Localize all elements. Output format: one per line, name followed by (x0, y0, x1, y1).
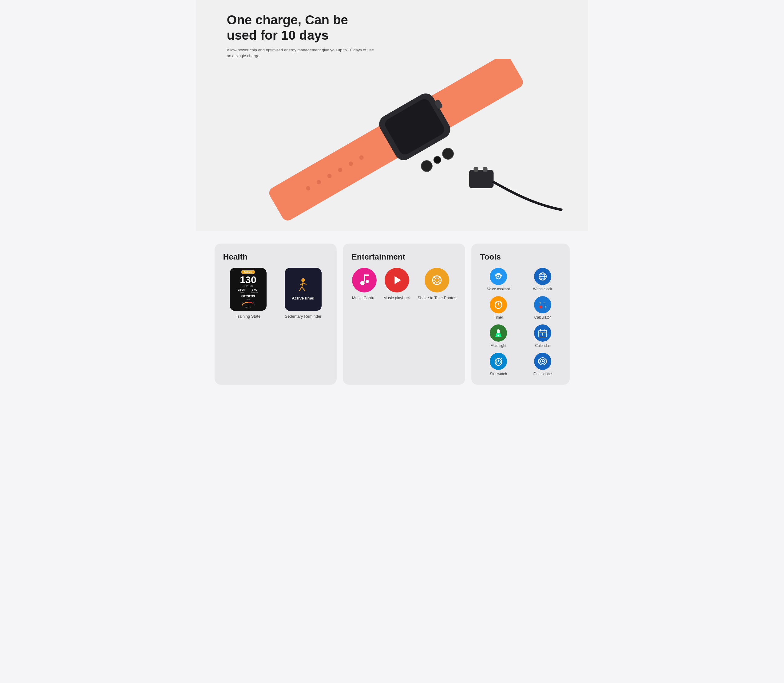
flashlight-label: Flashlight (491, 343, 506, 348)
torch-icon (493, 328, 503, 338)
training-badge: Training (242, 270, 254, 274)
hero-title: One charge, Can be used for 10 days (227, 12, 374, 43)
svg-line-19 (302, 287, 305, 291)
calc-icon: + − ÷ (538, 300, 547, 309)
health-items: Training 130 Heart Rate 15'25" Pace 3.90 (223, 268, 328, 319)
svg-point-22 (360, 281, 364, 285)
find-phone-item: Find phone (524, 353, 561, 376)
sedentary-text: Active time! (292, 296, 315, 300)
timer-icon (490, 296, 507, 313)
voice-waves-icon (493, 271, 503, 281)
svg-point-16 (301, 278, 305, 282)
svg-point-38 (498, 276, 499, 277)
svg-rect-25 (364, 274, 369, 276)
bottom-section: Health Training 130 Heart Rate 15'25" Pa (196, 231, 588, 397)
entertainment-items: Music Control Music playback (351, 268, 456, 300)
svg-text:−: − (543, 300, 546, 305)
play-icon (390, 273, 404, 287)
svg-point-28 (435, 278, 439, 282)
voice-icon (490, 268, 507, 285)
training-stats: 15'25" Pace 3.90 Distance (238, 288, 258, 293)
music-playback-item: Music playback (383, 268, 411, 300)
sedentary-screen: Active time! (285, 268, 322, 311)
timer-label: Timer (494, 315, 503, 319)
svg-point-12 (440, 146, 455, 161)
hero-subtitle: A low-power chip and optimized energy ma… (227, 47, 374, 59)
hero-text: One charge, Can be used for 10 days A lo… (227, 12, 374, 59)
svg-point-51 (539, 305, 542, 308)
music-control-item: Music Control (352, 268, 377, 300)
pace-stat: 15'25" Pace (238, 288, 246, 293)
svg-point-10 (419, 159, 434, 173)
calendar-icon: 8 (534, 324, 551, 342)
svg-text:+: + (539, 300, 541, 305)
timer-item: Timer (480, 296, 517, 319)
svg-text:÷: ÷ (545, 305, 547, 309)
training-time: 00:20:39 (242, 294, 255, 298)
training-label: Training State (236, 314, 261, 319)
world-clock-label: World clock (533, 287, 552, 291)
svg-point-23 (366, 280, 369, 283)
shake-photos-label: Shake to Take Photos (418, 295, 456, 300)
health-card: Health Training 130 Heart Rate 15'25" Pa (214, 244, 337, 385)
music-note-icon (358, 273, 371, 287)
entertainment-title: Entertainment (351, 252, 456, 262)
svg-marker-26 (394, 276, 401, 284)
stopwatch-label: Stopwatch (490, 372, 507, 376)
camera-icon (425, 268, 449, 292)
stopwatch-icon (490, 353, 507, 370)
stopwatch-item: Stopwatch (480, 353, 517, 376)
tools-title: Tools (480, 252, 561, 262)
sedentary-item: Active time! Sedentary Reminder (278, 268, 328, 319)
svg-rect-15 (483, 167, 487, 172)
distance-stat: 3.90 Distance (251, 288, 258, 293)
find-phone-icon (534, 353, 551, 370)
voice-assistant-item: Voice assitant (480, 268, 517, 291)
calculator-item: + − ÷ Calculator (524, 296, 561, 319)
svg-line-21 (303, 283, 307, 284)
music-playback-label: Music playback (383, 295, 411, 300)
tools-card: Tools Voice assitant (471, 244, 570, 385)
flashlight-item: Flashlight (480, 324, 517, 348)
find-phone-label: Find phone (533, 372, 552, 376)
svg-point-68 (542, 361, 544, 362)
calendar-item: 8 Calendar (524, 324, 561, 348)
watch-svg (227, 59, 588, 231)
svg-rect-64 (497, 358, 499, 359)
svg-rect-53 (497, 329, 499, 333)
shake-photos-item: Shake to Take Photos (418, 268, 456, 300)
svg-point-55 (498, 335, 499, 337)
svg-line-65 (501, 358, 502, 359)
entertainment-card: Entertainment Music Control (343, 244, 465, 385)
world-clock-item: World clock (524, 268, 561, 291)
phone-search-icon (538, 356, 547, 366)
globe-icon (538, 271, 547, 281)
page-wrapper: One charge, Can be used for 10 days A lo… (196, 0, 588, 397)
heart-rate-value: 130 (240, 275, 256, 285)
running-icon (296, 278, 311, 293)
heart-rate-label: Heart Rate (243, 285, 253, 287)
svg-line-18 (299, 287, 302, 291)
flashlight-icon (490, 324, 507, 342)
svg-rect-13 (469, 170, 493, 188)
world-clock-icon (534, 268, 551, 285)
calculator-label: Calculator (534, 315, 551, 319)
training-screen: Training 130 Heart Rate 15'25" Pace 3.90 (230, 268, 267, 311)
voice-assistant-label: Voice assitant (487, 287, 510, 291)
svg-line-17 (302, 282, 303, 287)
music-control-icon (352, 268, 377, 292)
watch-visual (227, 59, 588, 231)
svg-text:8: 8 (542, 333, 544, 337)
calculator-icon: + − ÷ (534, 296, 551, 313)
tools-grid: Voice assitant World clock (480, 268, 561, 376)
camera-shutter-icon (430, 273, 444, 287)
health-title: Health (223, 252, 328, 262)
calendar-date-icon: 8 (538, 328, 547, 338)
training-state-item: Training 130 Heart Rate 15'25" Pace 3.90 (223, 268, 273, 319)
arc-gauge (234, 302, 262, 306)
svg-point-11 (432, 155, 442, 165)
svg-rect-14 (474, 167, 478, 172)
music-control-label: Music Control (352, 295, 376, 300)
sedentary-label: Sedentary Reminder (285, 314, 321, 319)
calendar-label: Calendar (535, 343, 550, 348)
